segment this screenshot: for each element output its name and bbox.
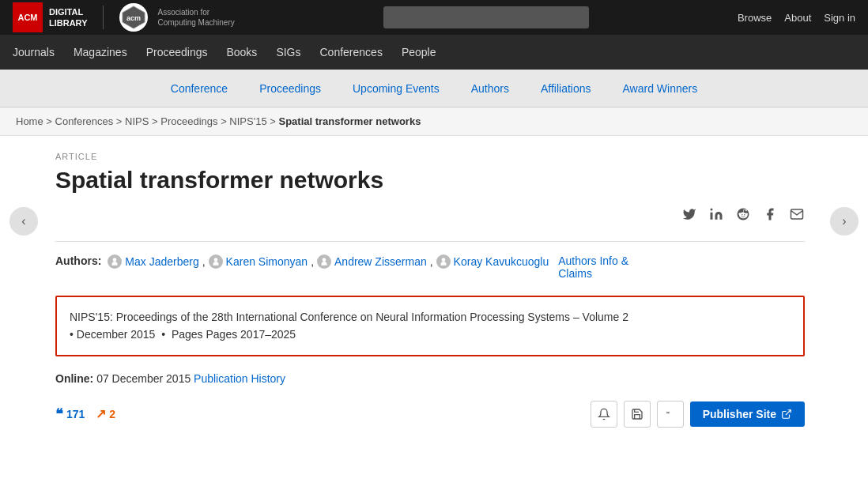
proceedings-bullet-1: •	[70, 328, 77, 341]
acm-association-logo: acm	[119, 3, 148, 32]
action-row: ❝ 171 ↗ 2 " Publisher Si	[55, 401, 805, 428]
publisher-site-label: Publisher Site	[703, 408, 776, 420]
proceedings-pages: Pages 2017–2025	[206, 328, 296, 341]
content-wrapper: ‹ ARTICLE Spatial transformer networks	[0, 136, 868, 443]
browse-link[interactable]: Browse	[738, 12, 772, 24]
action-buttons: " Publisher Site	[591, 401, 805, 428]
left-nav-area: ‹	[0, 136, 47, 443]
proceedings-bullet-2: •	[158, 328, 172, 341]
breadcrumb-nips15[interactable]: NIPS'15	[229, 115, 266, 127]
sec-nav-affiliations[interactable]: Affiliations	[541, 82, 591, 95]
breadcrumb: Home > Conferences > NIPS > Proceedings …	[0, 107, 868, 136]
social-divider	[55, 241, 805, 242]
logo-area: ACM DIGITAL LIBRARY acm Association for …	[13, 2, 235, 32]
online-label: Online:	[55, 372, 93, 385]
top-bar: ACM DIGITAL LIBRARY acm Association for …	[0, 0, 868, 35]
prev-arrow-button[interactable]: ‹	[9, 207, 38, 236]
online-date-row: Online: 07 December 2015 Publication His…	[55, 372, 805, 385]
secondary-nav: Conference Proceedings Upcoming Events A…	[0, 70, 868, 107]
author-item-4: Koray Kavukcuoglu	[436, 254, 549, 269]
signin-link[interactable]: Sign in	[824, 12, 855, 24]
main-nav: Journals Magazines Proceedings Books SIG…	[0, 35, 868, 70]
acm-text: ACM	[17, 13, 37, 22]
svg-point-5	[213, 258, 217, 262]
logo-divider	[103, 6, 104, 29]
trend-number: 2	[109, 408, 115, 420]
nav-conferences[interactable]: Conferences	[320, 46, 383, 58]
proceedings-text: NIPS'15: Proceedings of the 28th Interna…	[70, 308, 791, 344]
proceedings-pages-label: Pages	[172, 328, 206, 341]
search-bar-placeholder	[383, 6, 589, 28]
acm-logo-box: ACM	[13, 2, 43, 32]
author-item-1: Max Jaderberg,	[108, 254, 205, 269]
author-link-1[interactable]: Max Jaderberg	[125, 255, 198, 268]
right-nav-area: ›	[821, 136, 868, 443]
trend-arrow-icon: ↗	[96, 406, 106, 421]
svg-point-4	[113, 258, 117, 262]
author-link-4[interactable]: Koray Kavukcuoglu	[454, 255, 549, 268]
citation-number: 171	[66, 408, 85, 420]
top-nav-links: Browse About Sign in	[738, 12, 855, 24]
author-link-2[interactable]: Karen Simonyan	[226, 255, 308, 268]
association-text: Association for Computing Machinery	[157, 7, 234, 28]
breadcrumb-conferences[interactable]: Conferences	[55, 115, 114, 127]
about-link[interactable]: About	[784, 12, 811, 24]
sec-nav-authors[interactable]: Authors	[471, 82, 509, 95]
authors-info-claims-link[interactable]: Authors Info &Claims	[558, 254, 628, 280]
twitter-icon[interactable]	[681, 207, 697, 225]
citation-icon: ❝	[55, 405, 63, 423]
next-arrow-button[interactable]: ›	[830, 207, 859, 236]
sec-nav-proceedings[interactable]: Proceedings	[259, 82, 321, 95]
acm-dl-logo: ACM DIGITAL LIBRARY	[13, 2, 87, 32]
nav-proceedings[interactable]: Proceedings	[146, 46, 208, 58]
nav-people[interactable]: People	[402, 46, 436, 58]
nav-magazines[interactable]: Magazines	[74, 46, 127, 58]
nav-books[interactable]: Books	[226, 46, 257, 58]
save-button[interactable]	[624, 401, 651, 428]
svg-point-2	[711, 209, 713, 211]
breadcrumb-current: Spatial transformer networks	[278, 115, 421, 127]
sec-nav-award-winners[interactable]: Award Winners	[623, 82, 698, 95]
search-area	[235, 6, 738, 28]
authors-row: Authors: Max Jaderberg, Karen Simonyan, …	[55, 254, 805, 280]
svg-point-6	[323, 258, 326, 262]
publisher-site-button[interactable]: Publisher Site	[690, 401, 805, 427]
proceedings-date: December 2015	[77, 328, 156, 341]
author-item-2: Karen Simonyan,	[209, 254, 314, 269]
sec-nav-conference[interactable]: Conference	[171, 82, 228, 95]
dl-text: DIGITAL LIBRARY	[49, 6, 87, 29]
external-link-icon	[781, 409, 792, 420]
breadcrumb-home[interactable]: Home	[16, 115, 43, 127]
svg-line-9	[786, 410, 791, 415]
sec-nav-upcoming-events[interactable]: Upcoming Events	[353, 82, 440, 95]
svg-text:": "	[666, 409, 669, 417]
author-icon-4	[436, 254, 451, 269]
trend-item: ↗ 2	[96, 406, 115, 421]
svg-text:acm: acm	[126, 14, 141, 22]
author-icon-2	[209, 254, 223, 269]
author-icon-1	[108, 254, 122, 269]
online-date-value: 07 December 2015	[96, 372, 194, 385]
author-link-3[interactable]: Andrew Zisserman	[334, 255, 427, 268]
facebook-icon[interactable]	[762, 207, 778, 225]
author-item-3: Andrew Zisserman,	[317, 254, 433, 269]
nav-journals[interactable]: Journals	[13, 46, 55, 58]
reddit-icon[interactable]	[735, 207, 751, 225]
proceedings-box: NIPS'15: Proceedings of the 28th Interna…	[55, 296, 805, 356]
cite-button[interactable]: "	[657, 401, 684, 428]
publication-history-link[interactable]: Publication History	[194, 372, 285, 385]
nav-sigs[interactable]: SIGs	[276, 46, 300, 58]
alert-button[interactable]	[591, 401, 617, 428]
linkedin-icon[interactable]	[708, 207, 724, 225]
svg-point-7	[441, 258, 445, 262]
article-title: Spatial transformer networks	[55, 166, 805, 194]
breadcrumb-proceedings[interactable]: Proceedings	[160, 115, 217, 127]
social-share-icons	[55, 207, 805, 225]
proceedings-main-text: NIPS'15: Proceedings of the 28th Interna…	[70, 311, 628, 323]
citation-item: ❝ 171	[55, 405, 85, 423]
citation-count-area: ❝ 171 ↗ 2	[55, 405, 115, 423]
breadcrumb-nips[interactable]: NIPS	[125, 115, 149, 127]
author-icon-3	[317, 254, 331, 269]
email-icon[interactable]	[789, 207, 805, 225]
article-type-label: ARTICLE	[55, 152, 805, 161]
